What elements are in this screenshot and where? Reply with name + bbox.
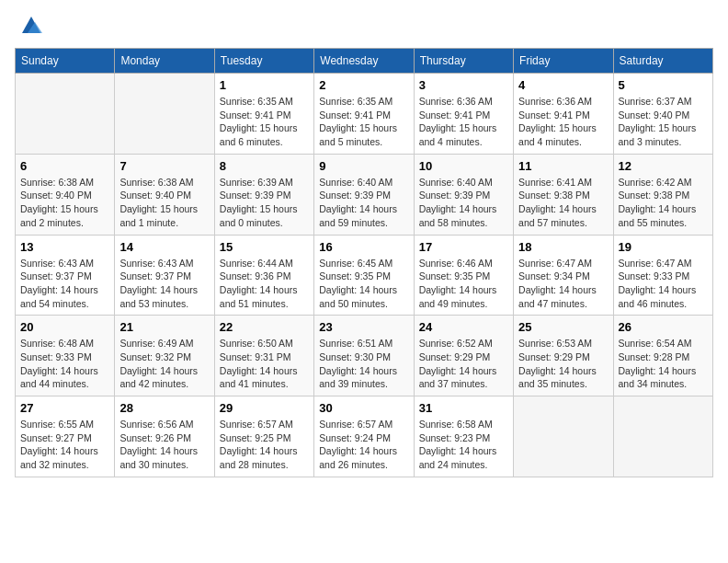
day-number: 29 bbox=[220, 401, 309, 415]
calendar-day-cell: 4Sunrise: 6:36 AMSunset: 9:41 PMDaylight… bbox=[514, 74, 613, 155]
day-number: 30 bbox=[319, 401, 408, 415]
day-info: Sunrise: 6:42 AMSunset: 9:38 PMDaylight:… bbox=[619, 176, 708, 230]
day-number: 25 bbox=[518, 320, 608, 334]
page-header bbox=[15, 15, 713, 37]
calendar-day-cell: 9Sunrise: 6:40 AMSunset: 9:39 PMDaylight… bbox=[314, 154, 414, 235]
calendar-header-row: SundayMondayTuesdayWednesdayThursdayFrid… bbox=[16, 49, 713, 74]
day-number: 23 bbox=[319, 320, 408, 334]
calendar-day-cell: 7Sunrise: 6:38 AMSunset: 9:40 PMDaylight… bbox=[115, 154, 214, 235]
calendar-day-cell: 11Sunrise: 6:41 AMSunset: 9:38 PMDayligh… bbox=[514, 154, 613, 235]
calendar-day-cell bbox=[514, 396, 613, 477]
calendar-day-cell: 28Sunrise: 6:56 AMSunset: 9:26 PMDayligh… bbox=[115, 396, 214, 477]
day-info: Sunrise: 6:52 AMSunset: 9:29 PMDaylight:… bbox=[419, 337, 508, 391]
calendar-day-cell: 31Sunrise: 6:58 AMSunset: 9:23 PMDayligh… bbox=[414, 396, 513, 477]
calendar-day-cell: 26Sunrise: 6:54 AMSunset: 9:28 PMDayligh… bbox=[613, 316, 712, 396]
day-info: Sunrise: 6:38 AMSunset: 9:40 PMDaylight:… bbox=[119, 176, 209, 230]
calendar-week-row: 6Sunrise: 6:38 AMSunset: 9:40 PMDaylight… bbox=[16, 154, 713, 235]
calendar-day-cell: 25Sunrise: 6:53 AMSunset: 9:29 PMDayligh… bbox=[514, 316, 613, 396]
calendar-week-row: 20Sunrise: 6:48 AMSunset: 9:33 PMDayligh… bbox=[16, 316, 713, 396]
calendar-day-cell: 14Sunrise: 6:43 AMSunset: 9:37 PMDayligh… bbox=[115, 235, 214, 316]
day-info: Sunrise: 6:35 AMSunset: 9:41 PMDaylight:… bbox=[319, 95, 408, 149]
calendar-day-cell: 5Sunrise: 6:37 AMSunset: 9:40 PMDaylight… bbox=[613, 74, 712, 155]
day-number: 28 bbox=[119, 401, 209, 415]
day-info: Sunrise: 6:35 AMSunset: 9:41 PMDaylight:… bbox=[220, 95, 309, 149]
day-info: Sunrise: 6:55 AMSunset: 9:27 PMDaylight:… bbox=[20, 418, 109, 472]
day-info: Sunrise: 6:36 AMSunset: 9:41 PMDaylight:… bbox=[419, 95, 508, 149]
day-info: Sunrise: 6:53 AMSunset: 9:29 PMDaylight:… bbox=[518, 337, 608, 391]
day-info: Sunrise: 6:56 AMSunset: 9:26 PMDaylight:… bbox=[119, 418, 209, 472]
calendar-day-cell: 29Sunrise: 6:57 AMSunset: 9:25 PMDayligh… bbox=[214, 396, 313, 477]
calendar-day-cell bbox=[613, 396, 712, 477]
day-info: Sunrise: 6:44 AMSunset: 9:36 PMDaylight:… bbox=[220, 257, 309, 311]
calendar-day-cell: 1Sunrise: 6:35 AMSunset: 9:41 PMDaylight… bbox=[214, 74, 313, 155]
day-number: 9 bbox=[319, 159, 408, 173]
calendar-day-cell: 10Sunrise: 6:40 AMSunset: 9:39 PMDayligh… bbox=[414, 154, 513, 235]
day-number: 10 bbox=[419, 159, 508, 173]
calendar-day-cell: 16Sunrise: 6:45 AMSunset: 9:35 PMDayligh… bbox=[314, 235, 414, 316]
calendar-day-cell: 15Sunrise: 6:44 AMSunset: 9:36 PMDayligh… bbox=[214, 235, 313, 316]
calendar-day-cell: 27Sunrise: 6:55 AMSunset: 9:27 PMDayligh… bbox=[16, 396, 115, 477]
calendar-day-cell: 8Sunrise: 6:39 AMSunset: 9:39 PMDaylight… bbox=[214, 154, 313, 235]
day-info: Sunrise: 6:43 AMSunset: 9:37 PMDaylight:… bbox=[119, 257, 209, 311]
day-number: 12 bbox=[619, 159, 708, 173]
calendar-header-thursday: Thursday bbox=[414, 49, 513, 74]
day-info: Sunrise: 6:37 AMSunset: 9:40 PMDaylight:… bbox=[619, 95, 708, 149]
calendar-week-row: 27Sunrise: 6:55 AMSunset: 9:27 PMDayligh… bbox=[16, 396, 713, 477]
day-number: 21 bbox=[119, 320, 209, 334]
calendar-day-cell bbox=[16, 74, 115, 155]
day-number: 13 bbox=[20, 240, 109, 254]
calendar-day-cell: 6Sunrise: 6:38 AMSunset: 9:40 PMDaylight… bbox=[16, 154, 115, 235]
calendar-day-cell: 18Sunrise: 6:47 AMSunset: 9:34 PMDayligh… bbox=[514, 235, 613, 316]
calendar-day-cell: 23Sunrise: 6:51 AMSunset: 9:30 PMDayligh… bbox=[314, 316, 414, 396]
calendar-header-tuesday: Tuesday bbox=[214, 49, 313, 74]
day-number: 26 bbox=[619, 320, 708, 334]
day-number: 14 bbox=[119, 240, 209, 254]
day-number: 19 bbox=[619, 240, 708, 254]
day-info: Sunrise: 6:50 AMSunset: 9:31 PMDaylight:… bbox=[220, 337, 309, 391]
logo-icon bbox=[18, 11, 44, 37]
day-info: Sunrise: 6:49 AMSunset: 9:32 PMDaylight:… bbox=[119, 337, 209, 391]
calendar-header-monday: Monday bbox=[115, 49, 214, 74]
day-number: 18 bbox=[518, 240, 608, 254]
day-number: 17 bbox=[419, 240, 508, 254]
calendar-header-saturday: Saturday bbox=[613, 49, 712, 74]
day-number: 22 bbox=[220, 320, 309, 334]
day-number: 16 bbox=[319, 240, 408, 254]
calendar-day-cell: 24Sunrise: 6:52 AMSunset: 9:29 PMDayligh… bbox=[414, 316, 513, 396]
day-info: Sunrise: 6:51 AMSunset: 9:30 PMDaylight:… bbox=[319, 337, 408, 391]
day-info: Sunrise: 6:38 AMSunset: 9:40 PMDaylight:… bbox=[20, 176, 109, 230]
day-number: 2 bbox=[319, 78, 408, 92]
calendar-day-cell: 30Sunrise: 6:57 AMSunset: 9:24 PMDayligh… bbox=[314, 396, 414, 477]
calendar-week-row: 1Sunrise: 6:35 AMSunset: 9:41 PMDaylight… bbox=[16, 74, 713, 155]
calendar-day-cell: 2Sunrise: 6:35 AMSunset: 9:41 PMDaylight… bbox=[314, 74, 414, 155]
calendar-day-cell: 20Sunrise: 6:48 AMSunset: 9:33 PMDayligh… bbox=[16, 316, 115, 396]
day-info: Sunrise: 6:46 AMSunset: 9:35 PMDaylight:… bbox=[419, 257, 508, 311]
calendar-day-cell: 3Sunrise: 6:36 AMSunset: 9:41 PMDaylight… bbox=[414, 74, 513, 155]
day-number: 4 bbox=[518, 78, 608, 92]
day-info: Sunrise: 6:54 AMSunset: 9:28 PMDaylight:… bbox=[619, 337, 708, 391]
day-number: 27 bbox=[20, 401, 109, 415]
day-number: 8 bbox=[220, 159, 309, 173]
calendar-day-cell: 22Sunrise: 6:50 AMSunset: 9:31 PMDayligh… bbox=[214, 316, 313, 396]
calendar-day-cell: 13Sunrise: 6:43 AMSunset: 9:37 PMDayligh… bbox=[16, 235, 115, 316]
day-number: 31 bbox=[419, 401, 508, 415]
calendar-table: SundayMondayTuesdayWednesdayThursdayFrid… bbox=[15, 48, 713, 477]
calendar-header-wednesday: Wednesday bbox=[314, 49, 414, 74]
day-info: Sunrise: 6:36 AMSunset: 9:41 PMDaylight:… bbox=[518, 95, 608, 149]
day-info: Sunrise: 6:58 AMSunset: 9:23 PMDaylight:… bbox=[419, 418, 508, 472]
calendar-week-row: 13Sunrise: 6:43 AMSunset: 9:37 PMDayligh… bbox=[16, 235, 713, 316]
calendar-day-cell bbox=[115, 74, 214, 155]
day-number: 7 bbox=[119, 159, 209, 173]
day-number: 5 bbox=[619, 78, 708, 92]
day-info: Sunrise: 6:41 AMSunset: 9:38 PMDaylight:… bbox=[518, 176, 608, 230]
day-number: 20 bbox=[20, 320, 109, 334]
calendar-day-cell: 19Sunrise: 6:47 AMSunset: 9:33 PMDayligh… bbox=[613, 235, 712, 316]
day-info: Sunrise: 6:47 AMSunset: 9:34 PMDaylight:… bbox=[518, 257, 608, 311]
calendar-day-cell: 21Sunrise: 6:49 AMSunset: 9:32 PMDayligh… bbox=[115, 316, 214, 396]
calendar-header-friday: Friday bbox=[514, 49, 613, 74]
day-number: 6 bbox=[20, 159, 109, 173]
day-number: 15 bbox=[220, 240, 309, 254]
calendar-day-cell: 17Sunrise: 6:46 AMSunset: 9:35 PMDayligh… bbox=[414, 235, 513, 316]
day-number: 3 bbox=[419, 78, 508, 92]
day-info: Sunrise: 6:39 AMSunset: 9:39 PMDaylight:… bbox=[220, 176, 309, 230]
